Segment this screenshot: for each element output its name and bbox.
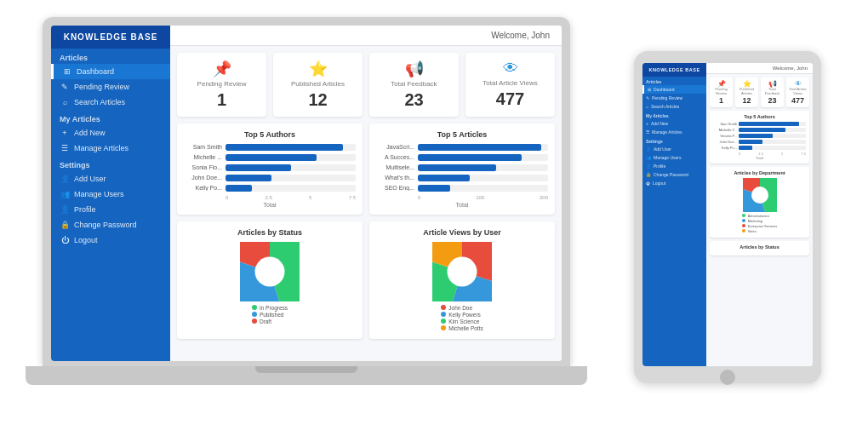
laptop-sidebar: KNOWLEDGE BASE Articles ⊞ Dashboard ✎ Pe… bbox=[51, 26, 170, 361]
views-stat-icon: 👁 bbox=[503, 60, 518, 77]
tablet-sidebar: KNOWLEDGE BASE Articles ⊞ Dashboard ✎ Pe… bbox=[642, 63, 706, 366]
sidebar-section-settings: Settings bbox=[51, 156, 170, 171]
tablet-published-stat-label: Published Articles bbox=[738, 88, 756, 96]
tablet-status-title: Articles by Status bbox=[713, 244, 806, 250]
bar-row-3: John Doe... bbox=[184, 175, 356, 181]
bar-row-4: Kelly Po... bbox=[184, 185, 356, 192]
tablet-sidebar-change-password[interactable]: 🔒 Change Password bbox=[642, 170, 706, 179]
tablet-home-button[interactable] bbox=[720, 370, 735, 385]
tablet-author-4-track bbox=[739, 146, 806, 150]
in-progress-label: In Progress bbox=[260, 305, 288, 311]
tablet-legend-2: Marketing bbox=[742, 219, 778, 223]
tablet-sidebar-manage-users[interactable]: 👥 Manage Users bbox=[642, 153, 706, 162]
article-3-track bbox=[418, 175, 548, 181]
articles-by-status-legend: In Progress Published Draf bbox=[252, 305, 288, 325]
sidebar-item-manage-users[interactable]: 👥 Manage Users bbox=[51, 187, 170, 202]
tablet-profile-label: Profile bbox=[654, 164, 665, 169]
sidebar-item-logout[interactable]: ⏻ Logout bbox=[51, 232, 170, 248]
add-icon: + bbox=[60, 129, 70, 137]
articles-axis: 0100200 bbox=[376, 195, 548, 200]
sidebar-item-profile[interactable]: 👤 Profile bbox=[51, 202, 170, 217]
michelle-label: Michelle Potts bbox=[448, 325, 483, 331]
stat-pending-review: 📌 Pending Review 1 bbox=[177, 53, 266, 117]
tablet-manage-label: Manage Articles bbox=[652, 129, 682, 135]
logout-icon: ⏻ bbox=[60, 236, 70, 244]
sidebar-item-dashboard-label: Dashboard bbox=[77, 67, 114, 76]
author-0-track bbox=[226, 144, 356, 151]
laptop-main-content: Welcome, John 📌 Pending Review 1 ⭐ bbox=[170, 26, 562, 361]
sidebar-item-add-new[interactable]: + Add New bbox=[51, 125, 170, 141]
tablet-manage-users-icon: 👥 bbox=[646, 155, 651, 160]
tablet-sidebar-add-user[interactable]: 👤 Add User bbox=[642, 145, 706, 153]
tablet-legend-dot-2 bbox=[742, 219, 745, 222]
sidebar-item-pending-review[interactable]: ✎ Pending Review bbox=[51, 79, 170, 95]
tablet-sidebar-profile[interactable]: 👤 Profile bbox=[642, 162, 706, 170]
dashboard-icon: ⊞ bbox=[62, 67, 72, 76]
sidebar-item-search-label: Search Articles bbox=[74, 98, 125, 106]
tablet-bar-2: Victoria P... bbox=[713, 134, 806, 138]
svg-point-12 bbox=[751, 187, 768, 204]
author-2-track bbox=[226, 164, 356, 171]
legend-kelly: Kelly Powers bbox=[441, 312, 483, 318]
tablet-sidebar-dashboard[interactable]: ⊞ Dashboard bbox=[642, 85, 706, 94]
legend-kim: Kim Science bbox=[441, 319, 483, 324]
legend-michelle: Michelle Potts bbox=[441, 325, 483, 331]
tablet-author-1-label: Michelle Y... bbox=[713, 128, 737, 132]
sidebar-item-change-password[interactable]: 🔒 Change Password bbox=[51, 217, 170, 232]
tablet-sidebar-search[interactable]: ⌕ Search Articles bbox=[642, 102, 706, 111]
tablet-dept-legend: Administration Marketing E bbox=[742, 214, 778, 234]
tablet-sidebar-pending[interactable]: ✎ Pending Review bbox=[642, 94, 706, 102]
tablet-dashboard-label: Dashboard bbox=[654, 87, 674, 92]
sidebar-item-change-password-label: Change Password bbox=[74, 221, 137, 229]
sidebar-item-manage-articles[interactable]: ☰ Manage Articles bbox=[51, 141, 170, 156]
tablet-profile-icon: 👤 bbox=[646, 164, 651, 169]
tablet-author-3-label: John Doe... bbox=[713, 140, 737, 144]
legend-john-doe: John Doe bbox=[441, 305, 483, 311]
laptop-main-header: Welcome, John bbox=[170, 26, 562, 46]
welcome-text: Welcome, John bbox=[491, 31, 550, 40]
published-dot bbox=[252, 312, 257, 317]
svg-point-8 bbox=[448, 256, 477, 286]
john-doe-dot bbox=[441, 305, 446, 310]
articles-bar-chart: JavaScri... A Succes... Multisele... bbox=[376, 144, 548, 192]
tablet-legend-dot-1 bbox=[742, 214, 745, 217]
tablet-feedback-stat-label: Total Feedback bbox=[763, 88, 781, 96]
kelly-label: Kelly Powers bbox=[448, 312, 481, 318]
tablet-pending-icon: ✎ bbox=[646, 95, 649, 100]
article-bar-row-4: SEO Eng... bbox=[376, 185, 548, 192]
tablet-sidebar-add[interactable]: + Add New bbox=[642, 119, 706, 128]
pending-review-icon: ✎ bbox=[60, 83, 70, 91]
author-3-track bbox=[226, 175, 356, 181]
svg-point-3 bbox=[255, 256, 285, 286]
kim-label: Kim Science bbox=[448, 319, 479, 324]
tablet-author-4-label: Kelly Po... bbox=[713, 146, 737, 150]
article-3-label: What's th... bbox=[376, 175, 414, 181]
tablet-bar-0: Sam Smith bbox=[713, 122, 806, 126]
tablet-legend-1: Administration bbox=[742, 214, 778, 218]
sidebar-section-articles: Articles bbox=[51, 49, 170, 64]
stat-total-views: 👁 Total Article Views 477 bbox=[465, 53, 555, 117]
article-views-by-user-chart: Article Views by User bbox=[369, 221, 555, 339]
tablet-sidebar-manage[interactable]: ☰ Manage Articles bbox=[642, 128, 706, 136]
tablet-pending-label: Pending Review bbox=[652, 95, 682, 100]
articles-by-status-chart: Articles by Status bbox=[177, 221, 363, 339]
sidebar-item-search[interactable]: ⌕ Search Articles bbox=[51, 95, 170, 110]
tablet-author-2-track bbox=[739, 134, 806, 138]
tablet-add-label: Add New bbox=[651, 121, 668, 126]
tablet-axis-label: Total bbox=[713, 156, 806, 160]
articles-by-status-pie: In Progress Published Draf bbox=[184, 242, 356, 325]
tablet-bar-1: Michelle Y... bbox=[713, 128, 806, 132]
tablet-search-icon: ⌕ bbox=[646, 104, 648, 109]
tablet-screen: KNOWLEDGE BASE Articles ⊞ Dashboard ✎ Pe… bbox=[642, 63, 813, 366]
michelle-dot bbox=[441, 325, 446, 330]
tablet-author-3-track bbox=[739, 140, 806, 144]
tablet-top-authors-title: Top 5 Authors bbox=[713, 114, 806, 119]
author-4-label: Kelly Po... bbox=[184, 185, 222, 191]
published-label: Published bbox=[260, 312, 284, 318]
tablet-stat-published: ⭐ Published Articles 12 bbox=[735, 77, 758, 107]
sidebar-item-dashboard[interactable]: ⊞ Dashboard bbox=[51, 64, 170, 79]
sidebar-item-add-user[interactable]: 👤 Add User bbox=[51, 171, 170, 187]
author-2-label: Sonia Flo... bbox=[184, 164, 222, 170]
article-views-svg bbox=[432, 242, 492, 301]
tablet-sidebar-logout[interactable]: ⏻ Logout bbox=[642, 179, 706, 187]
